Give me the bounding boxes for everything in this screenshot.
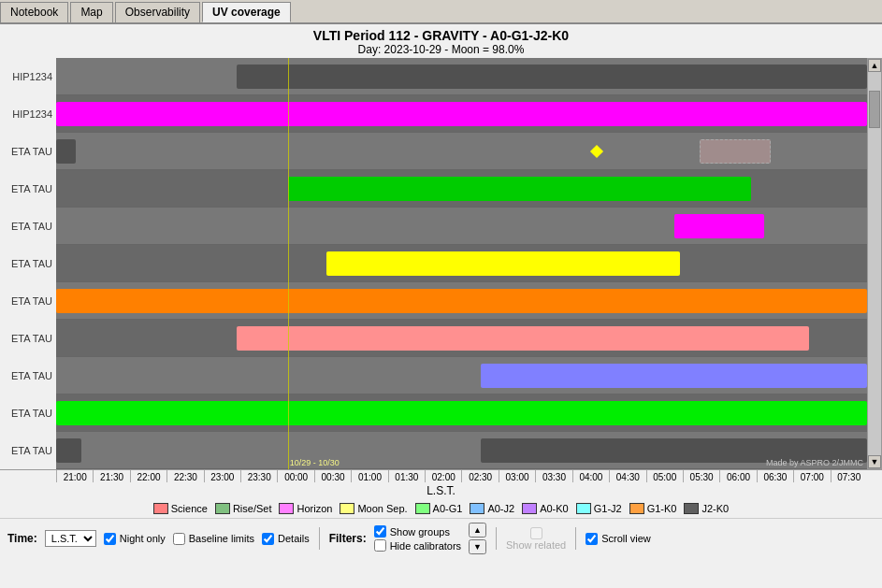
legend-label: G1-K0 [647,503,677,514]
separator-2 [496,527,497,550]
legend-color-box [215,503,230,514]
filter-down-btn[interactable]: ▼ [469,539,486,554]
row-label: ETA TAU [0,245,56,282]
filter-group: Show groups Hide calibrators [374,525,461,552]
date-label: 10/29 - 10/30 [290,458,340,467]
controls-bar: Time: L.S.T. Night only Baseline limits … [0,518,882,558]
time-tick: 03:30 [535,470,571,482]
scroll-thumb[interactable] [869,91,880,128]
scrollbar[interactable]: ▲ ▼ [867,58,882,469]
time-tick: 06:00 [719,470,756,482]
scroll-up-btn[interactable]: ▲ [868,59,881,72]
legend-item: Moon Sep. [340,503,407,514]
legend: ScienceRise/SetHorizonMoon Sep.A0-G1A0-J… [0,499,882,518]
title-main: VLTI Period 112 - GRAVITY - A0-G1-J2-K0 [0,28,882,43]
show-related-group: Show related [506,527,566,551]
row-label: HIP1234 [0,58,56,95]
chart-bar [56,139,76,164]
time-tick: 07:00 [793,470,830,482]
separator-3 [575,527,576,550]
legend-item: Science [153,503,208,514]
time-tick: 01:00 [351,470,387,482]
chart-bar [674,214,764,238]
tab-notebook[interactable]: Notebook [0,2,68,22]
legend-item: Horizon [279,503,332,514]
row-label: ETA TAU [0,133,56,170]
night-only-checkbox[interactable] [104,533,116,545]
legend-label: A0-G1 [433,503,463,514]
legend-color-box [415,503,430,514]
details-checkbox[interactable] [262,533,274,545]
time-tick: 22:00 [130,470,166,482]
tab-bar: Notebook Map Observability UV coverage [0,0,882,24]
scroll-view-group: Scroll view [586,533,651,545]
time-tick: 00:30 [314,470,351,482]
time-tick: 05:30 [683,470,719,482]
hide-calibrators-label: Hide calibrators [390,540,461,552]
chart-bar [237,326,809,351]
time-tick: 05:00 [646,470,683,482]
legend-item: J2-K0 [684,503,729,514]
legend-item: A0-G1 [415,503,463,514]
scroll-view-checkbox[interactable] [586,533,598,545]
legend-label: G1-J2 [594,503,622,514]
scroll-view-label: Scroll view [601,533,651,544]
lst-label: L.S.T. [0,482,882,499]
legend-color-box [522,503,537,514]
show-groups-checkbox[interactable] [374,525,386,538]
time-tick: 21:30 [93,470,129,482]
title-area: VLTI Period 112 - GRAVITY - A0-G1-J2-K0 … [0,24,882,58]
details-group: Details [262,533,310,545]
row-label: ETA TAU [0,282,56,320]
scroll-down-btn[interactable]: ▼ [868,455,881,468]
show-groups-row: Show groups [374,525,461,538]
time-tick: 06:30 [757,470,793,482]
row-label: ETA TAU [0,357,56,394]
night-only-group: Night only [104,533,166,545]
details-label: Details [278,533,310,544]
date-separator [288,58,289,469]
chart-bar [481,364,867,388]
time-tick: 02:30 [461,470,498,482]
time-tick: 01:30 [388,470,425,482]
time-tick: 23:30 [240,470,277,482]
tab-uv-coverage[interactable]: UV coverage [202,2,291,22]
time-tick: 02:00 [425,470,461,482]
chart-canvas: 10/29 - 10/30Made by ASPRO 2/JMMC [56,58,867,469]
hide-calibrators-row: Hide calibrators [374,539,461,552]
time-tick: 21:00 [56,470,93,482]
time-tick: 03:00 [499,470,535,482]
chart-bar [56,401,867,425]
time-axis: 21:0021:3022:0022:3023:0023:3000:0000:30… [0,469,882,482]
time-select[interactable]: L.S.T. [45,530,96,547]
legend-color-box [279,503,294,514]
legend-label: A0-K0 [540,503,569,514]
baseline-limits-checkbox[interactable] [173,533,185,545]
legend-item: Rise/Set [215,503,272,514]
row-label: ETA TAU [0,394,56,432]
time-tick: 22:30 [166,470,203,482]
legend-color-box [153,503,168,514]
legend-label: Rise/Set [233,503,272,514]
chart-bar [481,438,867,463]
legend-color-box [340,503,354,514]
tab-observability[interactable]: Observability [115,2,200,22]
hide-calibrators-checkbox[interactable] [374,539,386,552]
legend-color-box [684,503,699,514]
legend-item: G1-J2 [576,503,622,514]
show-related-checkbox[interactable] [530,527,542,539]
baseline-limits-label: Baseline limits [189,533,254,544]
legend-color-box [629,503,644,514]
tab-map[interactable]: Map [70,2,112,22]
time-tick: 04:00 [572,470,609,482]
row-label: ETA TAU [0,432,56,469]
time-tick: 23:00 [204,470,240,482]
chart-body: HIP1234HIP1234ETA TAUETA TAUETA TAUETA T… [0,58,882,469]
filter-up-btn[interactable]: ▲ [469,523,486,538]
chart-bar [237,65,867,89]
separator-1 [319,527,320,550]
legend-label: J2-K0 [701,503,729,514]
legend-color-box [576,503,591,514]
row-label: HIP1234 [0,95,56,133]
chart-bar [326,251,680,276]
